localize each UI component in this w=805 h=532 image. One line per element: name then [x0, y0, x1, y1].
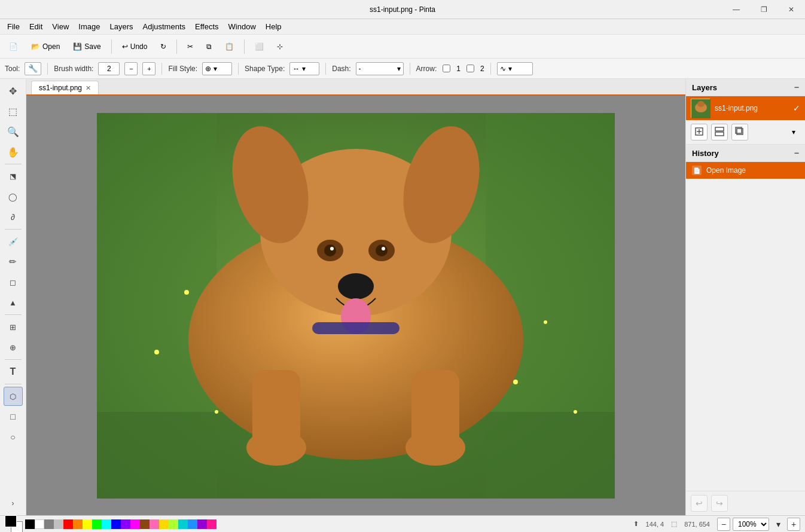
redo-icon: ↻ [160, 42, 166, 51]
menu-window[interactable]: Window [224, 21, 261, 32]
palette-color-gray[interactable] [44, 519, 54, 529]
palette-color-white[interactable] [35, 519, 44, 529]
color-swatch-area[interactable] [5, 515, 23, 533]
status-left [5, 515, 217, 533]
menu-adjustments[interactable]: Adjustments [138, 21, 190, 32]
text-tool[interactable]: T [4, 362, 23, 381]
add-layer-button[interactable] [691, 124, 708, 140]
palette-color-magenta[interactable] [130, 519, 140, 529]
cut-button[interactable]: ✂ [182, 40, 199, 53]
curve-dropdown-icon: ▾ [508, 65, 512, 73]
menu-image[interactable]: Image [74, 21, 105, 32]
freeform-select-tool[interactable]: ⬔ [4, 167, 23, 186]
menu-edit[interactable]: Edit [25, 21, 47, 32]
close-button[interactable]: ✕ [777, 0, 805, 19]
svg-point-29 [697, 101, 705, 107]
layer-thumb-img [691, 99, 711, 118]
dash-dropdown-icon: ▾ [397, 65, 401, 73]
gradient-tool[interactable]: ⊞ [4, 317, 23, 337]
color-picker-tool[interactable]: 💉 [4, 232, 23, 251]
arrow-checkbox-1[interactable] [443, 65, 450, 72]
palette-color-orange[interactable] [73, 519, 83, 529]
palette-color-brown[interactable] [140, 519, 150, 529]
merge-layer-button[interactable] [711, 124, 728, 140]
menu-file[interactable]: File [2, 21, 25, 32]
canvas-wrapper[interactable] [26, 96, 685, 515]
arrow-checkbox-2[interactable] [466, 65, 474, 72]
menu-layers[interactable]: Layers [105, 21, 138, 32]
clone-tool[interactable]: ⊕ [4, 338, 23, 357]
layer-actions-dropdown[interactable]: ▾ [787, 126, 800, 139]
zoom-select[interactable]: 100% 50% 200% 25% [733, 518, 769, 531]
palette-color-cyan[interactable] [102, 519, 111, 529]
palette-color-darkviolet[interactable] [197, 519, 207, 529]
open-button[interactable]: 📂 Open [26, 40, 65, 53]
layer-item[interactable]: ss1-input.png ✓ [686, 96, 805, 120]
palette-color-greenyellow[interactable] [169, 519, 178, 529]
zoom-out-button[interactable]: − [717, 518, 730, 531]
dash-value: - [359, 65, 361, 73]
palette-color-violet[interactable] [121, 519, 130, 529]
menu-help[interactable]: Help [261, 21, 286, 32]
palette-color-yellow[interactable] [83, 519, 92, 529]
history-redo-button[interactable]: ↪ [711, 495, 728, 512]
rectangle-select-tool[interactable]: ⬚ [4, 102, 23, 121]
lasso-tool[interactable]: ∂ [4, 207, 23, 227]
eraser-tool[interactable]: ◻ [4, 273, 23, 292]
tool-separator-3 [5, 314, 22, 315]
undo-button[interactable]: ↩ Undo [117, 40, 153, 53]
palette-color-black[interactable] [25, 519, 35, 529]
new-button[interactable]: 📄 [4, 40, 23, 53]
paste-button[interactable]: 📋 [219, 40, 239, 53]
palette-color-silver[interactable] [54, 519, 63, 529]
menu-view[interactable]: View [47, 21, 74, 32]
brush-width-decrease[interactable]: − [124, 62, 138, 75]
zoom-in-button[interactable]: + [787, 518, 800, 531]
palette-color-darkturquoise[interactable] [178, 519, 188, 529]
ellipse-select-tool[interactable]: ◯ [4, 187, 23, 206]
maximize-button[interactable]: ❐ [750, 0, 777, 19]
move-tool[interactable]: ✥ [4, 81, 23, 100]
dash-select[interactable]: - ▾ [356, 62, 404, 75]
rectangle-tool[interactable]: □ [4, 407, 23, 426]
palette-color-red[interactable] [63, 519, 73, 529]
crop-button[interactable]: ⬜ [249, 40, 269, 53]
brush-width-input[interactable]: 2 [98, 62, 120, 75]
tab-close-button[interactable]: ✕ [86, 84, 91, 92]
history-item-open-image[interactable]: 📄 Open Image [686, 162, 805, 179]
palette-color-dodgerblue[interactable] [188, 519, 197, 529]
palette-color-blue[interactable] [111, 519, 121, 529]
svg-point-21 [154, 350, 159, 354]
canvas-area: ss1-input.png ✕ [26, 79, 685, 515]
expand-toolbox[interactable]: › [4, 494, 23, 513]
history-item-label: Open Image [706, 166, 746, 175]
history-undo-button[interactable]: ↩ [691, 495, 708, 512]
resize-button[interactable]: ⊹ [272, 40, 288, 53]
palette-color-deeppink[interactable] [207, 519, 217, 529]
foreground-color-swatch[interactable] [5, 515, 17, 527]
redo-button[interactable]: ↻ [155, 40, 172, 53]
curve-select[interactable]: ∿ ▾ [497, 62, 533, 75]
palette-color-pink[interactable] [150, 519, 159, 529]
save-button[interactable]: 💾 Save [68, 40, 106, 53]
zoom-dropdown-button[interactable]: ▾ [772, 518, 785, 531]
fill-style-select[interactable]: ⊕ ▾ [202, 62, 232, 75]
layers-collapse-button[interactable]: − [794, 82, 799, 92]
shape-type-select[interactable]: ↔ ▾ [289, 62, 319, 75]
menu-effects[interactable]: Effects [190, 21, 224, 32]
palette-color-lime[interactable] [92, 519, 102, 529]
brush-width-increase[interactable]: + [142, 62, 155, 75]
pencil-tool[interactable]: ✏ [4, 252, 23, 271]
history-collapse-button[interactable]: − [794, 148, 799, 158]
pan-tool[interactable]: ✋ [4, 142, 23, 161]
copy-button[interactable]: ⧉ [201, 40, 217, 53]
ellipse-tool[interactable]: ○ [4, 427, 23, 447]
canvas-tab[interactable]: ss1-input.png ✕ [31, 81, 99, 94]
duplicate-layer-button[interactable] [731, 124, 748, 140]
palette-color-gold[interactable] [159, 519, 169, 529]
shapes-tool[interactable]: ⬡ [4, 387, 23, 406]
fill-tool[interactable]: ▲ [4, 293, 23, 312]
minimize-button[interactable]: — [722, 0, 750, 19]
zoom-tool[interactable]: 🔍 [4, 122, 23, 141]
svg-point-12 [330, 247, 334, 250]
